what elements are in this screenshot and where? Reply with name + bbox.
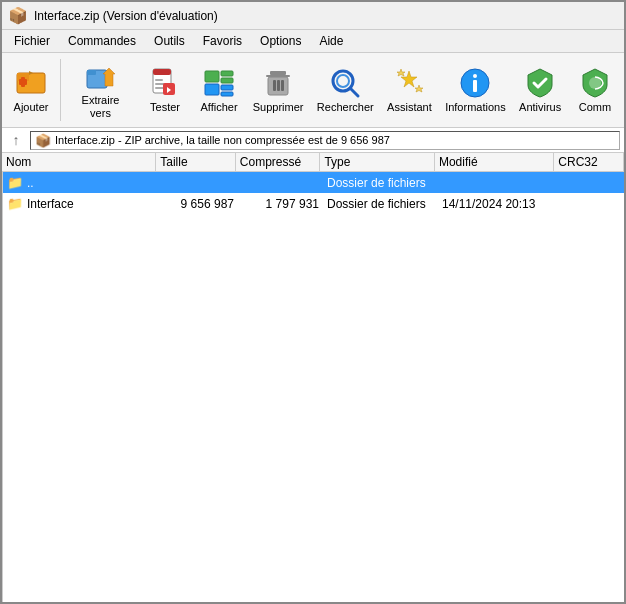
toolbar-btn-rechercher[interactable]: Rechercher [310,55,380,125]
toolbar-btn-label-assistant: Assistant [387,101,432,114]
col-header-compresse[interactable]: Compressé [236,153,321,171]
svg-rect-29 [473,80,477,92]
file-name: .. [27,176,34,190]
toolbar-btn-label-afficher: Afficher [200,101,237,114]
col-header-type[interactable]: Type [320,153,434,171]
informations-icon [459,67,491,99]
toolbar-btn-label-comm: Comm [579,101,611,114]
file-cell-modifie: 14/11/2024 20:13 [438,196,558,212]
svg-rect-13 [221,71,233,76]
title-icon: 📦 [8,6,28,25]
menu-item-commandes[interactable]: Commandes [60,32,144,50]
file-cell-type: Dossier de fichiers [323,196,438,212]
extraire-icon [85,60,117,92]
svg-rect-14 [221,78,233,83]
svg-rect-5 [87,70,96,75]
assistant-icon [393,67,425,99]
menu-item-fichier[interactable]: Fichier [6,32,58,50]
menu-item-aide[interactable]: Aide [311,32,351,50]
address-field: 📦 Interface.zip - ZIP archive, la taille… [30,131,620,150]
svg-rect-7 [153,69,171,75]
file-cell-compresse [238,182,323,184]
address-icon: 📦 [35,133,51,148]
toolbar-btn-extraire[interactable]: Extraire vers [63,55,138,125]
toolbar-btn-comm[interactable]: Comm [568,55,622,125]
address-text: Interface.zip - ZIP archive, la taille n… [55,134,390,146]
svg-point-25 [337,75,349,87]
address-bar: ↑ 📦 Interface.zip - ZIP archive, la tail… [2,128,624,153]
file-name: Interface [27,197,74,211]
title-bar: 📦 Interface.zip (Version d'évaluation) [2,2,624,30]
svg-rect-12 [205,71,219,82]
menu-item-favoris[interactable]: Favoris [195,32,250,50]
toolbar-btn-assistant[interactable]: Assistant [380,55,438,125]
file-cell-taille [158,182,238,184]
toolbar-btn-label-antivirus: Antivirus [519,101,561,114]
col-header-crc32[interactable]: CRC32 [554,153,624,171]
ajouter-icon [15,67,47,99]
menu-bar: FichierCommandesOutilsFavorisOptionsAide [2,30,624,53]
toolbar-btn-label-informations: Informations [445,101,506,114]
toolbar-btn-afficher[interactable]: Afficher [192,55,246,125]
toolbar-separator-1 [60,59,61,121]
file-cell-type: Dossier de fichiers [323,175,438,191]
toolbar-btn-antivirus[interactable]: Antivirus [512,55,568,125]
back-button[interactable]: ↑ [6,130,26,150]
afficher-icon [203,67,235,99]
file-cell-taille: 9 656 987 [158,196,238,212]
toolbar: AjouterExtraire versTesterAfficherSuppri… [2,53,624,128]
svg-point-28 [473,74,477,78]
column-headers: NomTailleCompresséTypeModifiéCRC32 [2,153,624,172]
supprimer-icon [262,67,294,99]
file-row[interactable]: 📁..Dossier de fichiers [3,172,624,193]
svg-rect-18 [270,71,286,75]
file-row[interactable]: 📁Interface9 656 9871 797 931Dossier de f… [3,193,624,214]
svg-rect-21 [273,80,276,91]
file-cell-name: 📁.. [3,174,158,191]
svg-rect-15 [205,84,219,95]
toolbar-btn-label-rechercher: Rechercher [317,101,374,114]
title-text: Interface.zip (Version d'évaluation) [34,9,218,23]
tester-icon [149,67,181,99]
antivirus-icon [524,67,556,99]
svg-rect-8 [155,79,163,81]
folder-icon: 📁 [7,175,23,190]
file-cell-compresse: 1 797 931 [238,196,323,212]
file-list: 📁..Dossier de fichiers📁Interface9 656 98… [3,172,624,602]
toolbar-btn-ajouter[interactable]: Ajouter [4,55,58,125]
toolbar-btn-informations[interactable]: Informations [438,55,512,125]
svg-rect-23 [281,80,284,91]
toolbar-btn-label-extraire: Extraire vers [70,94,131,120]
col-header-taille[interactable]: Taille [156,153,236,171]
col-header-nom[interactable]: Nom [2,153,156,171]
svg-rect-16 [221,85,233,90]
col-header-modifie[interactable]: Modifié [435,153,554,171]
svg-line-26 [350,88,358,96]
svg-rect-17 [221,92,233,96]
svg-rect-3 [19,79,27,85]
toolbar-btn-tester[interactable]: Tester [138,55,192,125]
toolbar-btn-label-tester: Tester [150,101,180,114]
toolbar-btn-label-ajouter: Ajouter [14,101,49,114]
main-area: 📁..Dossier de fichiers📁Interface9 656 98… [2,172,624,602]
file-cell-crc32 [558,182,624,184]
menu-item-outils[interactable]: Outils [146,32,193,50]
folder-icon: 📁 [7,196,23,211]
file-cell-name: 📁Interface [3,195,158,212]
comm-icon [579,67,611,99]
file-cell-modifie [438,182,558,184]
toolbar-btn-supprimer[interactable]: Supprimer [246,55,310,125]
app-window: 📦 Interface.zip (Version d'évaluation) F… [0,0,626,604]
toolbar-btn-label-supprimer: Supprimer [253,101,304,114]
content-area: 📁..Dossier de fichiers📁Interface9 656 98… [3,172,624,602]
file-cell-crc32 [558,203,624,205]
rechercher-icon [329,67,361,99]
menu-item-options[interactable]: Options [252,32,309,50]
svg-rect-22 [277,80,280,91]
